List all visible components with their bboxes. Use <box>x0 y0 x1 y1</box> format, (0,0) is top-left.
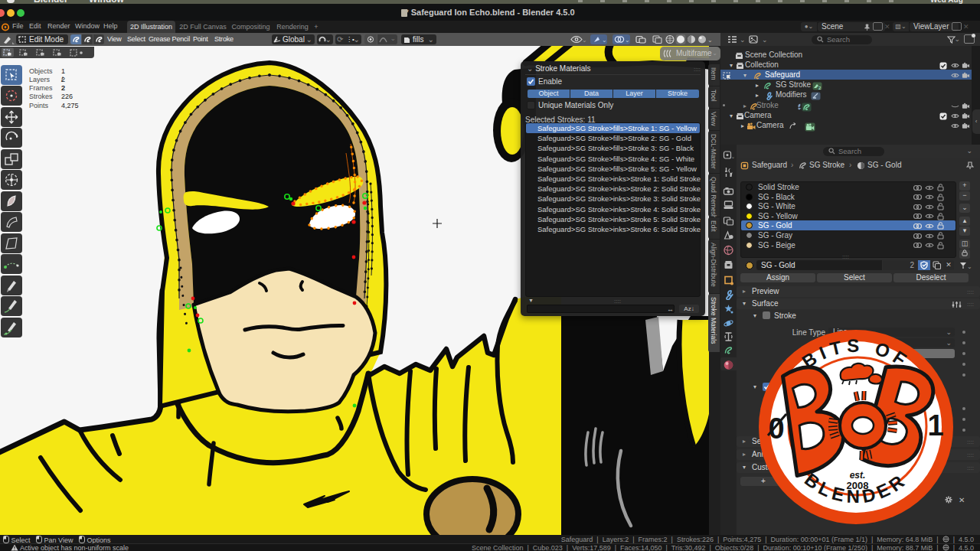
svg-text:1: 1 <box>927 409 943 442</box>
svg-text:est.: est. <box>850 470 866 481</box>
svg-text:2008: 2008 <box>847 480 869 491</box>
svg-text:⌄: ⌄ <box>602 37 607 44</box>
svg-text:⌄: ⌄ <box>967 263 972 270</box>
svg-text:⌄: ⌄ <box>740 36 746 44</box>
svg-text:⌄: ⌄ <box>762 36 768 44</box>
svg-text:⌄: ⌄ <box>707 37 712 44</box>
svg-text:⌄: ⌄ <box>731 154 735 159</box>
svg-text:⌄: ⌄ <box>625 37 630 44</box>
svg-text:⌄: ⌄ <box>582 37 586 44</box>
